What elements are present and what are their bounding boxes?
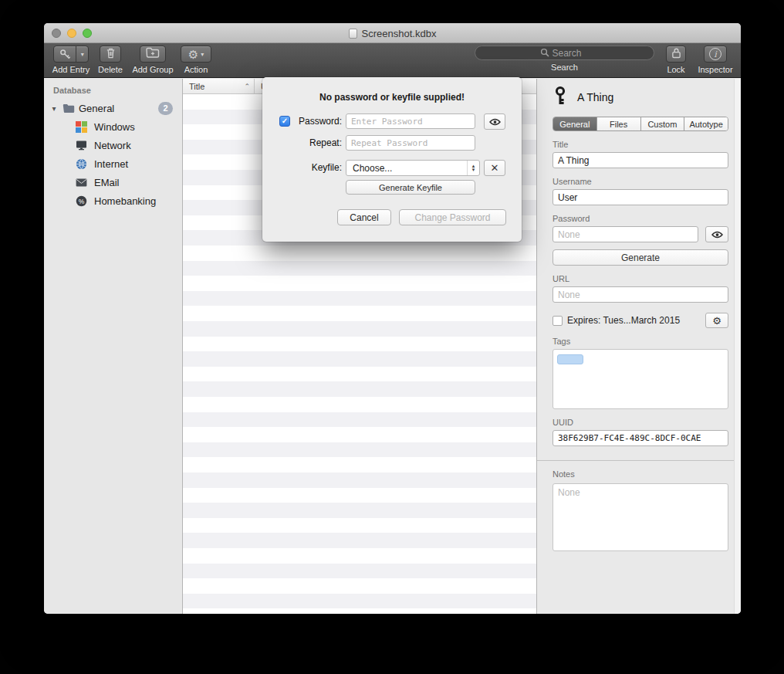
expires-row: Expires: Tues...March 2015 ⚙ [553,313,728,328]
generate-keyfile-button[interactable]: Generate Keyfile [346,180,475,195]
add-group-button[interactable] [140,46,166,63]
add-group-label: Add Group [132,65,173,74]
disclosure-triangle-icon[interactable]: ▾ [50,104,58,113]
action-button[interactable]: ⚙ ▾ [181,46,211,63]
entry-key-icon [553,86,568,109]
uuid-field-label: UUID [553,418,728,427]
eye-icon [711,228,723,242]
inspector-button[interactable]: i [704,46,727,63]
sidebar-item-label: Network [94,140,131,151]
sidebar-item-label: General [79,103,114,114]
tab-files[interactable]: Files [597,117,641,130]
password-field[interactable] [553,226,698,242]
url-field[interactable] [553,286,728,303]
trash-icon [106,47,116,62]
tab-autotype[interactable]: Autotype [684,117,728,130]
sidebar-item-label: Internet [94,158,128,170]
dialog-repeat-input[interactable] [346,135,475,151]
username-field[interactable] [553,189,728,205]
expires-checkbox[interactable] [553,316,563,326]
column-header-title[interactable]: Title ⌃ [183,79,255,93]
inspector-scrollbar-track [734,79,741,614]
action-label: Action [184,65,208,74]
close-x-icon: ✕ [491,163,499,173]
password-checkbox[interactable]: ✓ [279,116,290,127]
entry-header: A Thing [553,86,728,109]
delete-label: Delete [98,65,123,74]
percent-coin-icon: % [75,195,88,208]
url-field-label: URL [553,274,728,283]
titlebar: Screenshot.kdbx [44,23,741,43]
uuid-field[interactable] [553,430,728,446]
sidebar-item-internet[interactable]: Internet [44,154,182,173]
dialog-reveal-password-button[interactable] [484,113,505,130]
traffic-lights [52,29,92,38]
info-icon: i [709,48,721,60]
action-chevron-icon: ▾ [201,51,204,58]
keyfile-dropdown[interactable]: Choose... ▲ ▼ [346,160,480,176]
window-title-area: Screenshot.kdbx [44,23,741,43]
stepper-icon: ▲ ▼ [467,161,479,175]
expires-settings-button[interactable]: ⚙ [705,313,728,328]
notes-field[interactable] [553,483,728,551]
title-field[interactable] [553,152,728,168]
tab-general[interactable]: General [553,117,597,130]
delete-button[interactable] [100,46,121,63]
sidebar-item-general[interactable]: ▾ General 2 [44,99,182,117]
cancel-button[interactable]: Cancel [337,209,391,225]
key-icon [54,46,76,62]
column-title-label: Title [189,82,204,91]
sidebar-item-label: Windows [94,121,135,133]
sidebar-section-header: Database [44,79,182,99]
zoom-button[interactable] [83,29,92,38]
sidebar-item-windows[interactable]: Windows [44,117,182,136]
gear-icon: ⚙ [712,316,721,326]
reveal-password-button[interactable] [705,226,728,242]
stepper-down-icon: ▼ [471,168,476,172]
sidebar-item-label: EMail [94,177,120,188]
toolbar-item-lock: Lock [661,46,691,74]
change-password-button[interactable]: Change Password [399,209,506,225]
sort-asc-icon: ⌃ [244,83,250,90]
sidebar-item-email[interactable]: EMail [44,173,182,191]
inspector-divider [537,460,741,461]
tab-custom[interactable]: Custom [641,117,685,130]
lock-label: Lock [667,65,684,74]
tags-field[interactable] [553,349,728,409]
sidebar-item-homebanking[interactable]: % Homebanking [44,191,182,210]
folder-icon [62,102,75,115]
toolbar-item-add-entry: ▾ Add Entry [49,46,93,74]
toolbar: ▾ Add Entry Delete Add Group ⚙ ▾ [44,43,741,78]
dialog-message: No password or keyfile supplied! [262,92,522,103]
keyfile-dropdown-value: Choose... [353,163,392,174]
entry-title: A Thing [577,91,613,103]
svg-text:%: % [79,197,85,205]
search-label: Search [551,63,578,72]
inspector-label: Inspector [698,65,732,74]
gear-icon: ⚙ [188,49,198,60]
add-entry-dropdown-icon[interactable]: ▾ [76,46,88,62]
tag-token [557,354,583,364]
search-input[interactable] [553,48,590,59]
notes-field-label: Notes [553,469,728,479]
password-field-label: Password [553,214,728,223]
globe-icon [75,157,88,171]
search-field[interactable] [475,46,654,60]
generate-password-button[interactable]: Generate [553,249,728,266]
inspector-panel: A Thing General Files Custom Autotype Ti… [537,79,741,614]
clear-keyfile-button[interactable]: ✕ [484,160,505,176]
title-field-label: Title [553,140,728,149]
add-entry-button[interactable]: ▾ [53,46,89,63]
sidebar: Database ▾ General 2 Windows Network [44,79,183,614]
sidebar-item-network[interactable]: Network [44,136,182,154]
password-row [553,226,728,242]
document-proxy-icon[interactable] [349,29,357,39]
toolbar-item-inspector: i Inspector [693,46,738,74]
close-button[interactable] [52,29,61,38]
dialog-repeat-label: Repeat: [291,137,342,148]
lock-button[interactable] [666,46,686,63]
minimize-button[interactable] [67,29,76,38]
dialog-password-input[interactable] [346,113,475,129]
lock-icon [671,47,681,62]
entry-count-badge: 2 [158,102,173,115]
